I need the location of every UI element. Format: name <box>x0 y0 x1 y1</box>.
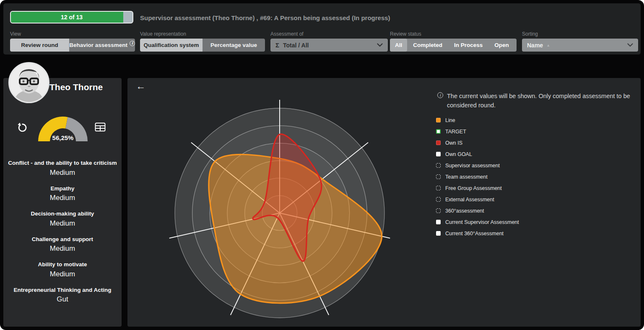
progress-label: 12 of 13 <box>11 12 132 23</box>
legend-item-own-goal[interactable]: Own GOAL <box>436 148 636 160</box>
legend-label: Team assessment <box>445 174 488 180</box>
top-bar: 12 of 13 Supervisor assessment (Theo Tho… <box>3 3 641 55</box>
legend-info-text: The current values will be shown. Only c… <box>447 91 636 110</box>
legend-item-current-supervisor-assessment[interactable]: Current Supervisor Assessment <box>436 216 636 228</box>
chevron-down-icon <box>627 43 633 47</box>
status-option-label: In Process <box>454 42 483 48</box>
value-option-percentage-value[interactable]: Percentage value <box>203 39 265 52</box>
competency-item: Conflict - and the ability to take criti… <box>8 159 117 178</box>
legend-swatch <box>436 186 441 190</box>
competency-name: Decision-making ability <box>8 209 117 218</box>
legend-items: LineTARGETOwn ISOwn GOALSupervisor asses… <box>436 114 636 239</box>
chart-legend: i The current values will be shown. Only… <box>436 91 636 239</box>
status-option-completed[interactable]: Completed <box>407 39 448 52</box>
legend-swatch <box>436 231 441 236</box>
status-option-all[interactable]: All <box>390 39 407 52</box>
view-option-review-round[interactable]: Review round <box>10 39 69 52</box>
reset-icon[interactable] <box>16 121 29 133</box>
status-option-label: Completed <box>413 42 442 48</box>
competency-value: Medium <box>8 244 117 254</box>
legend-item-own-is[interactable]: Own IS <box>436 137 636 148</box>
legend-swatch <box>436 140 441 145</box>
view-segmented-control: Review roundBehavior assessmenti <box>10 39 135 52</box>
sort-ascending-icon: ▲ <box>546 43 550 47</box>
competency-name: Ability to motivate <box>8 260 117 269</box>
legend-label: Supervisor assessment <box>445 163 500 169</box>
view-option-label: Review round <box>21 42 58 48</box>
competency-item: Challenge and supportMedium <box>8 235 117 255</box>
competency-name: Conflict - and the ability to take criti… <box>8 159 117 168</box>
legend-label: External Assessment <box>445 197 494 203</box>
legend-swatch <box>436 197 441 202</box>
competency-value: Gut <box>8 294 117 305</box>
legend-swatch <box>436 163 441 168</box>
legend-item-line[interactable]: Line <box>436 114 636 126</box>
legend-swatch <box>436 208 441 213</box>
page-title: Supervisor assessment (Theo Thorne) , #6… <box>140 14 390 21</box>
legend-label: TARGET <box>445 129 466 135</box>
value-option-label: Percentage value <box>210 42 257 48</box>
legend-swatch <box>436 174 441 179</box>
competency-value: Medium <box>8 168 117 178</box>
view-option-behavior-assessment[interactable]: Behavior assessmenti <box>69 39 135 52</box>
legend-item-external-assessment[interactable]: External Assessment <box>436 194 636 205</box>
gauge-percent-label: 56,25% <box>37 134 89 141</box>
value-representation-label: Value representation <box>140 31 186 37</box>
app-window: 12 of 13 Supervisor assessment (Theo Tho… <box>0 0 644 330</box>
person-sidebar: Theo Thorne 56,25% Conflict - and the ab… <box>3 78 122 327</box>
legend-info: i The current values will be shown. Only… <box>436 91 636 110</box>
legend-label: Own IS <box>445 140 462 146</box>
legend-item-team-assessment[interactable]: Team assessment <box>436 171 636 182</box>
sorting-select[interactable]: Name ▲ <box>522 39 638 52</box>
competency-value: Medium <box>8 218 117 229</box>
legend-label: Own GOAL <box>445 151 472 157</box>
legend-label: Current 360°Assessment <box>445 231 504 236</box>
assessment-of-value: Total / All <box>283 42 309 49</box>
status-option-label: Open <box>494 42 509 48</box>
legend-item-current-360-assessment[interactable]: Current 360°Assessment <box>436 228 636 239</box>
value-representation-segmented-control: Qualification systemPercentage value <box>140 39 265 52</box>
legend-item-free-group-assessment[interactable]: Free Group Assessment <box>436 182 636 194</box>
legend-label: Line <box>445 117 455 123</box>
view-label: View <box>10 31 21 37</box>
competency-name: Entrepreneurial Thinking and Acting <box>8 286 117 295</box>
review-status-label: Review status <box>390 31 421 37</box>
assessment-of-label: Assessment of <box>270 31 304 37</box>
info-icon: i <box>130 41 135 46</box>
legend-swatch <box>436 152 441 156</box>
value-option-label: Qualification system <box>143 42 199 48</box>
sorting-label: Sorting <box>522 31 538 37</box>
competency-list: Conflict - and the ability to take criti… <box>3 159 122 311</box>
competency-name: Challenge and support <box>8 235 117 244</box>
chart-panel: ← i The current values will be shown. On… <box>127 78 641 327</box>
legend-item-360-assessment[interactable]: 360°assessment <box>436 205 636 216</box>
legend-swatch <box>436 129 441 134</box>
legend-swatch <box>436 220 441 224</box>
sorting-value: Name <box>527 42 543 49</box>
legend-item-target[interactable]: TARGET <box>436 126 636 137</box>
status-option-open[interactable]: Open <box>488 39 515 52</box>
competency-item: Ability to motivateMedium <box>8 260 117 280</box>
table-view-icon[interactable] <box>94 121 106 133</box>
person-name: Theo Thorne <box>49 82 103 92</box>
competency-value: Medium <box>8 193 117 203</box>
assessment-of-select[interactable]: Σ Total / All <box>270 39 388 52</box>
legend-label: Current Supervisor Assessment <box>445 219 519 225</box>
competency-name: Empathy <box>8 184 117 193</box>
sigma-icon: Σ <box>275 42 279 49</box>
status-option-label: All <box>395 42 402 48</box>
radar-chart <box>162 96 397 327</box>
legend-item-supervisor-assessment[interactable]: Supervisor assessment <box>436 160 636 171</box>
value-option-qualification-system[interactable]: Qualification system <box>140 39 203 52</box>
back-button[interactable]: ← <box>136 81 145 91</box>
competency-item: Decision-making abilityMedium <box>8 209 117 229</box>
competency-item: EmpathyMedium <box>8 184 117 204</box>
legend-label: Free Group Assessment <box>445 185 502 191</box>
legend-label: 360°assessment <box>445 208 484 214</box>
chevron-down-icon <box>377 43 383 47</box>
status-option-in-process[interactable]: In Process <box>448 39 488 52</box>
review-status-segmented-control: AllCompletedIn ProcessOpen <box>390 39 517 52</box>
view-option-label: Behavior assessment <box>69 42 127 48</box>
progress-bar: 12 of 13 <box>10 11 133 23</box>
legend-swatch <box>436 118 441 122</box>
